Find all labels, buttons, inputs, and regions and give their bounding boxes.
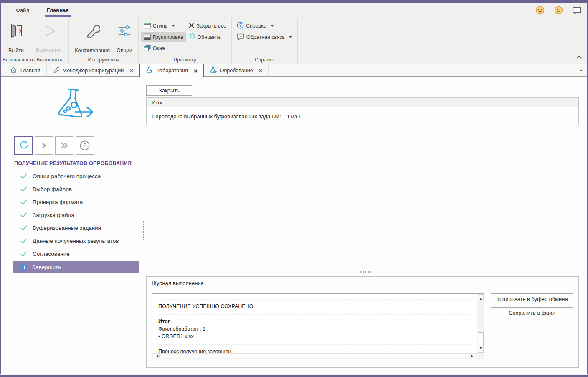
- check-icon: [20, 173, 27, 180]
- step-item[interactable]: Проверка формата: [13, 196, 139, 209]
- skip-steps-button[interactable]: [55, 136, 74, 155]
- run-button[interactable]: Выполнить: [33, 19, 66, 54]
- step-item[interactable]: Данные полученных результатов: [13, 234, 139, 247]
- tab-overflow-button[interactable]: [578, 64, 583, 77]
- arrow-left-icon: [153, 355, 158, 357]
- step-label: Буферизованные задания: [33, 225, 101, 231]
- flask-gear-icon: [210, 66, 217, 75]
- chevron-down-icon: [271, 25, 274, 27]
- ribbon-collapse-button[interactable]: [576, 53, 582, 61]
- log-line: ПОЛУЧЕНИЕ УСПЕШНО СОХРАНЕНО: [158, 303, 471, 310]
- scroll-up-button[interactable]: [478, 294, 484, 300]
- window-bottom-strip: [0, 374, 588, 377]
- log-panel: Журнал выполнения ----------------------…: [146, 276, 579, 368]
- step-item-current[interactable]: Завершить: [13, 261, 139, 273]
- scroll-left-button[interactable]: [153, 354, 159, 358]
- tab-sampling[interactable]: Опробование ×: [204, 64, 269, 76]
- arrow-right-icon: [471, 355, 476, 357]
- log-line: ----------------------------------------…: [158, 295, 471, 303]
- summary-value: 1 из 1: [287, 113, 302, 120]
- close-all-button-label: Закрыть все: [197, 23, 226, 29]
- tab-laboratory-label: Лаборатория: [156, 68, 188, 74]
- step-item[interactable]: Согласование: [13, 247, 139, 260]
- check-icon: [20, 224, 27, 232]
- windows-button[interactable]: Окна: [141, 43, 186, 53]
- flask-icon: [146, 66, 153, 75]
- log-line: Итог: [158, 318, 471, 325]
- summary-panel: Итог Переведено выбранных буферизованных…: [146, 97, 579, 125]
- scroll-right-button[interactable]: [471, 354, 476, 358]
- grouping-icon: [144, 33, 151, 41]
- step-label: Завершить: [32, 264, 61, 270]
- wizard-help-button[interactable]: ?: [76, 136, 94, 155]
- configuration-button[interactable]: Конфигурация: [71, 19, 113, 54]
- ribbon-tab-home[interactable]: Главная: [44, 3, 71, 18]
- close-tab-icon[interactable]: ×: [194, 68, 198, 74]
- close-all-button[interactable]: Закрыть все: [186, 21, 229, 31]
- save-to-file-button[interactable]: Сохранить в файл: [491, 307, 573, 318]
- step-label: Согласование: [33, 251, 70, 257]
- group-label-tools: Инструменты: [69, 57, 138, 63]
- step-item[interactable]: Загрузка файла: [13, 209, 139, 222]
- wizard-title: ПОЛУЧЕНИЕ РЕЗУЛЬТАТОВ ОПРОБОВАНИЯ: [14, 160, 144, 166]
- tab-sampling-label: Опробование: [220, 68, 253, 74]
- ribbon-tab-file[interactable]: Файл: [13, 3, 32, 18]
- group-label-view: Просмотр: [139, 57, 231, 63]
- exit-door-icon: [9, 23, 24, 41]
- check-icon: [20, 250, 27, 257]
- group-label-security: Безопасность: [3, 57, 30, 63]
- ribbon-group-run: Выполнить Выполнить: [30, 18, 69, 64]
- copy-to-clipboard-button[interactable]: Копировать в буфер обмена: [491, 293, 573, 304]
- style-button[interactable]: Стиль: [141, 21, 186, 31]
- restart-step-button[interactable]: [14, 136, 33, 155]
- svg-text:?: ?: [239, 23, 241, 28]
- close-panel-button[interactable]: Закрыть: [146, 85, 192, 96]
- summary-header: Итог: [146, 97, 579, 107]
- scroll-down-button[interactable]: [478, 347, 484, 353]
- help-button[interactable]: ? Справка: [234, 21, 295, 31]
- horizontal-scrollbar[interactable]: [152, 353, 477, 359]
- check-icon: [20, 237, 27, 245]
- log-line: Файл обработан : 1: [158, 325, 471, 333]
- chat-bubble-icon[interactable]: [573, 6, 581, 15]
- wizard-nav: ?: [14, 136, 144, 155]
- chevron-down-icon: [172, 25, 175, 27]
- next-step-button[interactable]: [35, 136, 53, 155]
- tab-config-manager[interactable]: Менеджер конфигураций ×: [47, 64, 139, 76]
- close-all-icon: [188, 22, 195, 30]
- grouping-button-label: Группировка: [153, 34, 183, 40]
- tab-laboratory[interactable]: Лаборатория ×: [139, 64, 204, 77]
- check-icon: [20, 211, 27, 219]
- happy-face-icon[interactable]: [536, 6, 545, 15]
- step-item[interactable]: Буферизованные задания: [13, 222, 139, 234]
- close-tab-icon[interactable]: ×: [259, 67, 263, 74]
- log-viewer[interactable]: ----------------------------------------…: [152, 293, 484, 359]
- style-button-label: Стиль: [153, 23, 168, 29]
- vertical-scrollbar[interactable]: [477, 294, 484, 353]
- summary-body: Переведено выбранных буферизованных зада…: [146, 107, 579, 125]
- horizontal-splitter[interactable]: [360, 271, 371, 273]
- step-item[interactable]: Опции рабочего процесса: [13, 170, 139, 183]
- content-area: ? ПОЛУЧЕНИЕ РЕЗУЛЬТАТОВ ОПРОБОВАНИЯ Опци…: [1, 77, 587, 374]
- close-tab-icon[interactable]: ×: [129, 67, 133, 74]
- check-icon: [20, 186, 27, 193]
- exit-button-label: Выйти: [8, 48, 24, 53]
- ribbon-group-help: ? Справка Обратная связь Справка: [232, 18, 298, 64]
- tab-home[interactable]: Главная: [4, 64, 47, 76]
- vertical-scroll-thumb[interactable]: [478, 332, 484, 346]
- sad-face-icon[interactable]: [554, 6, 563, 15]
- horizontal-scroll-thumb[interactable]: [159, 354, 470, 358]
- exit-button[interactable]: Выйти: [5, 19, 27, 54]
- refresh-button[interactable]: Обновить: [186, 32, 229, 42]
- step-label: Проверка формата: [33, 199, 83, 205]
- flask-illustration: [51, 88, 101, 125]
- options-button-label: Опции: [117, 48, 132, 53]
- grouping-button[interactable]: Группировка: [141, 32, 186, 42]
- play-icon: [41, 23, 57, 41]
- step-label: Опции рабочего процесса: [33, 173, 101, 179]
- feedback-button[interactable]: Обратная связь: [234, 32, 295, 42]
- options-button[interactable]: Опции: [113, 19, 136, 54]
- main-area: Закрыть Итог Переведено выбранных буфери…: [144, 77, 587, 374]
- step-item[interactable]: Выбор файлов: [13, 183, 139, 196]
- pause-icon: [20, 264, 27, 271]
